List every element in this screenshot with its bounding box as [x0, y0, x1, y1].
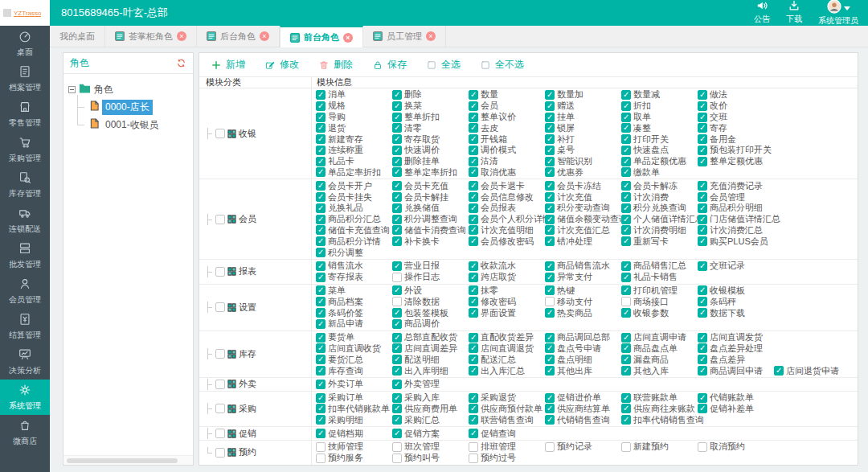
permission-item[interactable]: 储值卡充值查询 [316, 224, 392, 236]
sidebar-item-settle[interactable]: 结算管理 [0, 309, 50, 344]
permission-item[interactable]: 跨店取货 [469, 271, 545, 283]
permission-item[interactable]: 代销账款单 [698, 392, 774, 404]
permission-item[interactable]: 条码秤 [698, 296, 774, 308]
tree-collapse-icon[interactable] [68, 86, 76, 93]
category-checkbox[interactable] [215, 129, 225, 138]
permission-item[interactable]: 凑整 [621, 122, 698, 134]
permission-item[interactable]: 会员卡冻结 [545, 180, 621, 192]
permission-item[interactable]: 出入库汇总 [469, 365, 545, 377]
permission-item[interactable]: 促销方案 [392, 428, 469, 440]
category-checkbox[interactable] [215, 302, 225, 312]
permission-item[interactable]: 计次充值汇总 [545, 224, 621, 236]
permission-item[interactable]: 交班 [698, 111, 774, 123]
permission-item[interactable]: 重新写卡 [621, 236, 698, 248]
permission-item[interactable]: 界面设置 [469, 307, 545, 319]
permission-item[interactable]: 赠送 [545, 100, 621, 112]
app-logo[interactable]: YZTrasso [0, 0, 50, 26]
permission-item[interactable]: 异常支付 [545, 271, 621, 283]
permission-item[interactable]: 缴款单 [621, 166, 698, 179]
permission-item[interactable]: 盘点号申请 [545, 343, 621, 355]
permission-item[interactable]: 挂单 [545, 111, 621, 123]
permission-item[interactable]: 做法 [698, 88, 774, 101]
permission-item[interactable]: 桌号 [545, 144, 621, 156]
permission-item[interactable]: 移动支付 [545, 296, 621, 308]
close-icon[interactable]: × [177, 31, 186, 41]
category-checkbox[interactable] [215, 349, 225, 359]
permission-item[interactable]: 沽清 [469, 155, 545, 167]
permission-item[interactable]: 漏盘商品 [621, 354, 698, 366]
permission-item[interactable]: 储值余额变动查询 [545, 213, 621, 225]
permission-item[interactable]: 代销销售查询 [545, 414, 621, 426]
permission-item[interactable]: 扣率代销账款单 [316, 403, 392, 415]
sidebar-item-inventory[interactable]: 库存管理 [0, 167, 50, 203]
permission-item[interactable]: 寄存报表 [316, 271, 392, 283]
sidebar-item-wholesale[interactable]: 批发管理 [0, 238, 50, 273]
tab-4[interactable]: 前台角色× [280, 26, 363, 47]
category-checkbox[interactable] [215, 215, 225, 224]
sidebar-item-member[interactable]: 会员管理 [0, 273, 50, 309]
permission-item[interactable]: 供应商往来账款 [621, 403, 698, 415]
permission-item[interactable]: 技师管理 [316, 441, 392, 453]
permission-item[interactable]: 预约过号 [469, 452, 545, 464]
permission-item[interactable]: 外设 [392, 285, 469, 297]
permission-item[interactable]: 换菜 [392, 100, 469, 112]
permission-item[interactable]: 促销进价单 [545, 392, 621, 404]
permission-item[interactable]: 促销查询 [469, 428, 545, 440]
permission-item[interactable]: 会员个人积分详情 [469, 213, 545, 225]
role-tree-node[interactable]: 0000-店长 [77, 98, 188, 116]
permission-item[interactable]: 会员卡挂失 [316, 191, 392, 203]
permission-item[interactable]: 会员修改密码 [469, 236, 545, 248]
permission-item[interactable]: 新建预约 [621, 441, 698, 453]
toolbar-button-selectall[interactable]: 全选 [426, 58, 461, 72]
permission-item[interactable]: 修改密码 [469, 296, 545, 308]
category-checkbox[interactable] [215, 404, 225, 413]
permission-item[interactable]: 促销档期 [316, 428, 392, 440]
permission-item[interactable]: 出入库明细 [392, 365, 469, 377]
permission-item[interactable]: 商品积分详情 [316, 236, 392, 248]
permission-item[interactable]: 商品积分汇总 [316, 213, 392, 225]
permission-item[interactable]: 门店储值详情汇总 [698, 213, 780, 225]
sidebar-item-store[interactable]: 零售管理 [0, 96, 50, 132]
toolbar-button-selectnone[interactable]: 全不选 [480, 58, 524, 72]
permission-item[interactable]: 会员卡解挂 [392, 191, 469, 203]
permission-item[interactable]: 会员卡解冻 [621, 180, 698, 192]
sidebar-item-gear[interactable]: 系统管理 [0, 380, 50, 415]
permission-item[interactable]: 补打 [545, 133, 621, 146]
permission-item[interactable]: 规格 [316, 100, 392, 112]
permission-item[interactable]: 积分兑换查询 [621, 202, 698, 214]
permission-item[interactable]: 去皮 [469, 122, 545, 134]
sidebar-item-bag[interactable]: 微商店 [0, 415, 50, 450]
permission-item[interactable]: 供应商费用单 [392, 403, 469, 415]
permission-item[interactable]: 预约服务 [316, 452, 392, 464]
permission-item[interactable]: 删除 [392, 88, 469, 101]
permission-item[interactable]: 采购明细 [316, 414, 392, 426]
permission-item[interactable]: 连续称重 [316, 144, 392, 156]
permission-item[interactable]: 包装签模板 [392, 307, 469, 319]
permission-item[interactable]: 会员卡充值 [392, 180, 469, 192]
permission-item[interactable]: 快速调价 [392, 144, 469, 156]
permission-item[interactable]: 店间直调收货 [316, 343, 392, 355]
permission-item[interactable]: 会员管理 [698, 191, 774, 203]
permission-item[interactable]: 会员卡退卡 [469, 180, 545, 192]
permission-item[interactable]: 补卡换卡 [392, 236, 469, 248]
permission-item[interactable]: 联营销售查询 [469, 414, 545, 426]
permission-item[interactable]: 商品盘点单 [621, 343, 698, 355]
permission-item[interactable]: 错冲处理 [545, 236, 621, 248]
sidebar-item-dashboard[interactable]: 桌面 [0, 26, 50, 61]
refresh-icon[interactable] [176, 58, 186, 68]
category-checkbox[interactable] [215, 267, 225, 277]
permission-item[interactable]: 积分变动查询 [545, 202, 621, 214]
permission-item[interactable]: 寄存取货 [392, 133, 469, 146]
permission-item[interactable]: 商场接口 [621, 296, 698, 308]
permission-item[interactable]: 交班记录 [698, 260, 774, 272]
permission-item[interactable]: 操作日志 [392, 271, 469, 283]
permission-item[interactable]: 商品调价 [392, 318, 469, 330]
permission-item[interactable]: 预包装打印开关 [698, 144, 774, 156]
permission-item[interactable]: 礼品卡 [316, 155, 392, 167]
permission-item[interactable]: 营业日报 [392, 260, 469, 272]
permission-item[interactable]: 打印开关 [621, 133, 698, 146]
permission-item[interactable]: 班次管理 [392, 441, 469, 453]
permission-item[interactable]: 盘点差异 [698, 354, 774, 366]
permission-item[interactable]: 兑换礼品 [316, 202, 392, 214]
role-tree-root[interactable]: 角色 [68, 80, 188, 98]
